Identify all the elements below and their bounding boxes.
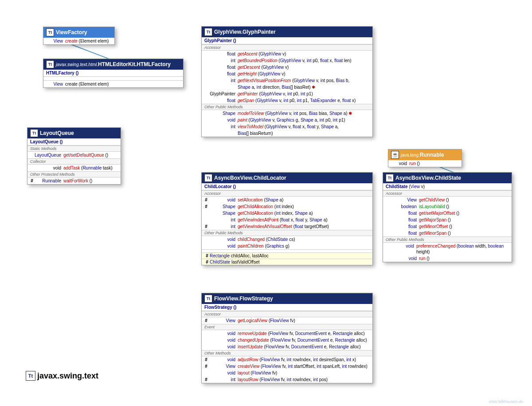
flowstrategy-header: Tt FlowView.FlowStrategy — [202, 293, 372, 304]
method-row: floatget/setMajorOffset () — [383, 210, 512, 217]
method-row: intviewToModel (GlyphView v, float x, fl… — [202, 123, 372, 130]
method-row: intgetBoundedPosition (GlyphView v, int … — [202, 57, 372, 64]
method-row: voidchildChanged (ChildState cs) — [202, 236, 372, 243]
method-row: ViewgetChildView () — [383, 197, 512, 203]
method-row: #ViewcreateView (FlowView fv, int startO… — [202, 363, 372, 370]
section-label: Collector — [27, 158, 121, 165]
constructor: HTMLFactory () — [43, 70, 183, 77]
childlocator-header: Tt AsyncBoxView.ChildLocator — [202, 173, 372, 183]
method-row: floatgetSpan (GlyphView v, int p0, int p… — [202, 97, 372, 104]
java-icon: ☕ — [391, 151, 399, 159]
viewfactory-title: ViewFactory — [56, 29, 87, 35]
method-row: voidpaintChildren (Graphics g) — [202, 243, 372, 249]
layoutqueue-header: Tt LayoutQueue — [27, 128, 121, 138]
method-row: #voidadjustRow (FlowView fv, int rowInde… — [202, 356, 372, 363]
class-icon: Tt — [204, 174, 212, 182]
section-label: Other Public Methods — [202, 230, 372, 236]
method-row: #ViewgetLogicalView (FlowView fv) — [202, 317, 372, 324]
method-row: GlyphPaintergetPainter (GlyphView v, int… — [202, 91, 372, 97]
constructor: LayoutQueue () — [27, 138, 121, 146]
viewfactory-box: Tt ViewFactory View create (Element elem… — [43, 27, 115, 45]
method-row: #intlayoutRow (FlowView fv, int rowIndex… — [202, 376, 372, 383]
watermark: www.falkhausen.de — [489, 399, 523, 404]
constructor: FlowStrategy () — [202, 304, 372, 311]
childlocator-box: Tt AsyncBoxView.ChildLocator ChildLocato… — [201, 172, 373, 265]
method-row: ShapegetChildAllocation (int index, Shap… — [202, 210, 372, 217]
method-row: floatgetMajorSpan () — [383, 217, 512, 223]
constructor: ChildLocator () — [202, 183, 372, 190]
section-label: Other Protected Methods — [27, 171, 121, 177]
glyphpainter-box: Tt GlyphView.GlyphPainter GlyphPainter (… — [201, 26, 373, 137]
class-icon: Tt — [386, 174, 394, 182]
section-label: Accessor — [202, 44, 372, 51]
method-row: floatgetAscent (GlyphView v) — [202, 51, 372, 57]
htmlfactory-header: Tt javax.swing.text.html.HTMLEditorKit.H… — [43, 59, 183, 70]
method-row: intgetNextVisualPositionFrom (GlyphView … — [202, 77, 372, 84]
section-label: Other Methods — [202, 350, 372, 356]
method-row: booleanisLayoutValid () — [383, 203, 512, 210]
method-row: ShapemodelToView (GlyphView v, int pos, … — [202, 110, 372, 117]
constructor: ChildState (View v) — [383, 183, 512, 190]
method-row: #voidsetAllocation (Shape a) — [202, 197, 372, 203]
section-label: Event — [202, 324, 372, 330]
method-row: voidinsertUpdate (FlowView fv, DocumentE… — [202, 343, 372, 350]
class-icon: Tt — [204, 295, 212, 303]
class-icon: Tt — [46, 60, 54, 68]
method-row: voidpaint (GlyphView v, Graphics g, Shap… — [202, 117, 372, 123]
package-icon: Tt — [26, 371, 35, 381]
method-row: #ShapegetChildAllocation (int index) — [202, 203, 372, 210]
constructor: GlyphPainter () — [202, 37, 372, 44]
method-row: floatgetMinorSpan () — [383, 230, 512, 237]
method-row: voidchangedUpdate (FlowView fv, Document… — [202, 337, 372, 343]
package-label: Tt javax.swing.text — [26, 371, 98, 381]
method-row: voidlayout (FlowView fv) — [202, 370, 372, 376]
section-label: Accessor — [383, 190, 512, 197]
section-label: Other Public Methods — [383, 237, 512, 243]
method-row: intgetViewIndexAtPoint (float x, float y… — [202, 217, 372, 223]
interface-icon: Tt — [46, 28, 54, 36]
htmlfactory-box: Tt javax.swing.text.html.HTMLEditorKit.H… — [43, 59, 184, 88]
field-row: #Rectangle childAlloc, lastAlloc — [202, 252, 372, 259]
method-row: voidrun () — [383, 255, 512, 262]
method-row: Bias[] biasReturn) — [202, 130, 372, 137]
section-label: Accessor — [202, 190, 372, 197]
runnable-header: ☕ java.lang.Runnable — [388, 150, 462, 160]
flowstrategy-box: Tt FlowView.FlowStrategy FlowStrategy ()… — [201, 293, 373, 383]
layoutqueue-box: Tt LayoutQueue LayoutQueue () Static Met… — [27, 127, 121, 185]
method-row: floatgetDescent (GlyphView v) — [202, 64, 372, 71]
method-row: Shape a, int direction, Bias[] biasRet) … — [202, 84, 372, 91]
method-row: View create (Element elem) — [43, 81, 183, 87]
method-row: voidremoveUpdate (FlowView fv, DocumentE… — [202, 330, 372, 337]
method-row: floatgetMinorOffset () — [383, 223, 512, 230]
section-label: Static Methods — [27, 146, 121, 152]
method-row: #intgetViewIndexAtVisualOffset (float ta… — [202, 223, 372, 230]
runnable-box: ☕ java.lang.Runnable voidrun () — [388, 149, 462, 167]
viewfactory-header: Tt ViewFactory — [43, 27, 114, 38]
class-icon: Tt — [204, 28, 212, 36]
field-row: #ChildState lastValidOffset — [202, 259, 372, 265]
method-row: floatgetHeight (GlyphView v) — [202, 71, 372, 77]
method-row: View create (Element elem) — [43, 38, 114, 44]
method-row: voidpreferenceChanged (boolean width, bo… — [383, 243, 512, 255]
childstate-header: Tt AsyncBoxView.ChildState — [383, 173, 512, 183]
section-label: Other Public Methods — [202, 104, 372, 110]
section-label: Accessor — [202, 311, 372, 317]
childstate-box: Tt AsyncBoxView.ChildState ChildState (V… — [383, 172, 512, 262]
class-icon: Tt — [30, 129, 38, 137]
glyphpainter-header: Tt GlyphView.GlyphPainter — [202, 27, 372, 37]
